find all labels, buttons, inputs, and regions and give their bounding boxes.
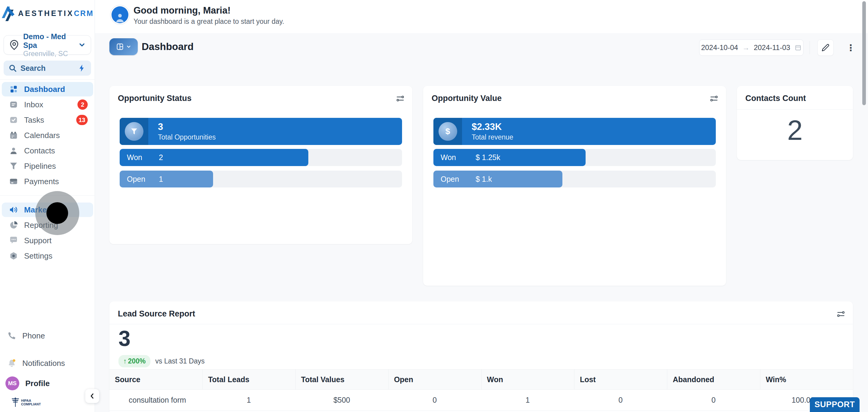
sidebar-item-label: Contacts (24, 146, 88, 156)
opportunity-status-card: Opportunity Status 3 Total Opportunities (110, 86, 412, 244)
opportunity-value-card: Opportunity Value $ $2.33K Total revenue… (423, 86, 726, 286)
sidebar-item-dashboard[interactable]: Dashboard (2, 82, 93, 96)
sliders-icon[interactable] (710, 94, 718, 103)
column-header[interactable]: Lost (574, 370, 667, 389)
sidebar-item-label: Profile (25, 379, 50, 388)
won-value-amount: $ 1.25k (475, 149, 500, 166)
hipaa-line2: COMPLIANT (21, 402, 41, 406)
open-value-track: Open $ 1.k (433, 170, 716, 187)
location-city: Greenville, SC (23, 50, 78, 58)
sidebar: AESTHETIXCRM Demo - Med Spa Greenville, … (0, 0, 95, 412)
open-bar-track: Open 1 (120, 170, 402, 187)
profile-avatar: MS (5, 376, 19, 390)
won-value-track: Won $ 1.25k (433, 149, 716, 166)
sidebar-item-contacts[interactable]: Contacts (2, 144, 93, 158)
open-value-label: Open (441, 170, 459, 187)
won-value-label: Won (441, 149, 456, 166)
toolbar-divider (809, 41, 810, 54)
location-name: Demo - Med Spa (23, 32, 78, 50)
column-header[interactable]: Won (481, 370, 574, 389)
sidebar-item-payments[interactable]: Payments (2, 174, 93, 189)
sidebar-item-support[interactable]: Support (2, 233, 93, 248)
sidebar-item-settings[interactable]: Settings (2, 249, 93, 263)
cell-open: 0 (388, 390, 481, 411)
column-header[interactable]: Total Values (296, 370, 388, 389)
calendar-icon (9, 131, 18, 140)
lead-delta-row: ↑ 200% vs Last 31 Days (119, 355, 205, 368)
arrow-right-icon: → (742, 43, 749, 52)
scrollbar-thumb[interactable] (862, 1, 866, 105)
person-icon (114, 11, 126, 23)
date-end[interactable]: 2024-11-03 (754, 43, 790, 52)
sidebar-item-label: Support (24, 236, 88, 245)
sidebar-item-tasks[interactable]: Tasks 13 (2, 113, 93, 127)
sidebar-item-notifications[interactable]: Notifications (0, 356, 95, 371)
date-start[interactable]: 2024-10-04 (701, 43, 738, 52)
sidebar-item-profile[interactable]: MS Profile (0, 376, 95, 390)
sidebar-item-pipelines[interactable]: Pipelines (2, 159, 93, 173)
sidebar-item-label: Tasks (24, 116, 76, 125)
layout-panel-icon (116, 42, 124, 51)
more-options-button[interactable]: ⋮ (843, 39, 859, 56)
sidebar-item-phone[interactable]: Phone (0, 328, 95, 343)
sidebar-item-marketing[interactable]: Marketing (2, 202, 93, 217)
column-header[interactable]: Win% (760, 370, 853, 389)
search-icon (8, 64, 17, 72)
user-avatar (110, 5, 130, 25)
cell-lost: 0 (574, 390, 667, 411)
sidebar-divider (0, 79, 95, 80)
won-value-fill (433, 149, 586, 166)
calendar-icon (795, 44, 802, 51)
dashboard-icon (9, 85, 18, 94)
chevron-left-icon (89, 392, 96, 400)
total-opportunities-label: Total Opportunities (158, 133, 216, 141)
edit-dashboard-button[interactable] (817, 39, 834, 56)
sidebar-item-reporting[interactable]: Reporting (2, 218, 93, 232)
app-window: AESTHETIXCRM Demo - Med Spa Greenville, … (0, 0, 868, 412)
brand-name: AESTHETIXCRM (18, 9, 94, 18)
sidebar-item-label: Payments (24, 177, 88, 186)
location-switcher[interactable]: Demo - Med Spa Greenville, SC (4, 35, 91, 55)
open-value-amount: $ 1.k (475, 170, 492, 187)
won-bar-value: 2 (159, 149, 163, 166)
column-header[interactable]: Open (388, 370, 481, 389)
caduceus-icon (11, 397, 19, 408)
support-button[interactable]: SUPPORT (810, 397, 860, 412)
sidebar-item-label: Inbox (24, 100, 78, 109)
funnel-icon (9, 162, 18, 170)
pie-chart-icon (9, 221, 18, 230)
dollar-badge: $ (438, 122, 457, 141)
megaphone-icon (9, 205, 18, 214)
column-header[interactable]: Total Leads (202, 370, 295, 389)
contacts-count-card: Contacts Count 2 (737, 86, 853, 160)
bar-icon-segment: $ (433, 118, 462, 145)
sidebar-item-label: Marketing (24, 205, 88, 215)
sliders-icon[interactable] (837, 310, 845, 318)
dashboard-layout-button[interactable] (110, 38, 138, 55)
dollar-icon: $ (445, 127, 450, 136)
tasks-icon (9, 116, 18, 124)
column-header[interactable]: Abandoned (667, 370, 760, 389)
card-divider (110, 324, 853, 324)
credit-card-icon (9, 177, 18, 186)
tasks-badge: 13 (76, 115, 88, 125)
sidebar-item-inbox[interactable]: Inbox 2 (2, 97, 93, 112)
total-revenue-label: Total revenue (472, 133, 513, 141)
card-divider (737, 109, 853, 110)
date-range-picker[interactable]: 2024-10-04 → 2024-11-03 (699, 39, 804, 56)
cell-total-leads: 1 (202, 390, 295, 411)
total-revenue-value: $2.33K (472, 121, 513, 132)
sidebar-item-calendars[interactable]: Calendars (2, 128, 93, 142)
column-header[interactable]: Source (110, 370, 202, 389)
cell-abandoned: 0 (667, 390, 760, 411)
sliders-icon[interactable] (396, 94, 404, 103)
sidebar-collapse-button[interactable] (85, 389, 99, 403)
search-input[interactable]: Search (4, 61, 91, 76)
inbox-badge: 2 (78, 99, 88, 110)
phone-icon (7, 331, 16, 340)
won-bar-label: Won (127, 149, 142, 166)
sidebar-item-label: Reporting (24, 221, 88, 230)
lead-source-table: Source Total Leads Total Values Open Won… (110, 369, 853, 411)
primary-nav: Dashboard Inbox 2 Tasks 13 (0, 82, 95, 189)
table-row[interactable]: consultation form 1 $500 0 1 0 0 100.00% (110, 390, 853, 411)
